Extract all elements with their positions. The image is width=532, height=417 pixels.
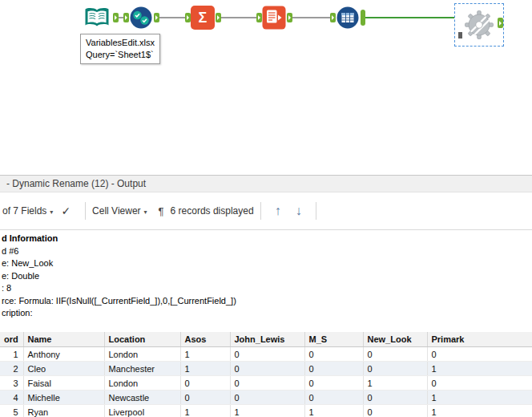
field-info-size: : 8: [2, 282, 530, 295]
arrow-up-icon[interactable]: ↑: [275, 204, 281, 218]
cell-name[interactable]: Anthony: [23, 347, 104, 362]
cell-location[interactable]: Manchester: [104, 362, 180, 376]
cell-m-s[interactable]: 0: [304, 391, 363, 405]
whitespace-toggle-icon[interactable]: ¶: [159, 205, 164, 217]
results-pane-title-text: - Dynamic Rename (12) - Output: [6, 178, 146, 189]
output-anchor-icon[interactable]: [498, 18, 503, 28]
results-toolbar: of 7 Fields ▾ ✓ Cell Viewer ▾ ¶ 6 record…: [0, 192, 532, 230]
cell-john-lewis[interactable]: 0: [230, 376, 304, 391]
check-icon[interactable]: ✓: [61, 204, 71, 217]
col-header-primark[interactable]: Primark: [427, 332, 532, 347]
field-info-name: e: New_Look: [2, 257, 530, 270]
input-anchor-icon[interactable]: [256, 13, 262, 22]
cell-record[interactable]: 1: [0, 347, 23, 362]
table-row[interactable]: 4 Michelle Newcastle 0 0 0 0 1: [0, 391, 532, 405]
cell-new-look[interactable]: 1: [363, 376, 427, 391]
cell-name[interactable]: Cleo: [23, 362, 104, 376]
cell-location[interactable]: London: [104, 376, 180, 391]
col-header-location[interactable]: Location: [104, 332, 180, 347]
tool-tooltip: VariablesEdit.xlsx Query=`Sheet1$`: [80, 34, 160, 64]
cell-record[interactable]: 3: [0, 376, 23, 391]
toolbar-separator: [85, 202, 86, 220]
cell-primark[interactable]: 1: [427, 362, 532, 376]
cell-primark[interactable]: 0: [427, 347, 532, 362]
summarize-tool[interactable]: Σ: [191, 6, 215, 30]
arrow-down-icon[interactable]: ↓: [296, 204, 302, 218]
cell-m-s[interactable]: 0: [304, 376, 363, 391]
connection-line[interactable]: [221, 17, 256, 18]
field-info-description: cription:: [2, 307, 530, 320]
tooltip-line-filename: VariablesEdit.xlsx: [86, 37, 155, 49]
col-header-m-s[interactable]: M_S: [304, 332, 363, 347]
cell-record[interactable]: 2: [0, 362, 23, 376]
field-information-panel: d Information d #6 e: New_Look e: Double…: [2, 233, 530, 320]
connection-line[interactable]: [292, 17, 330, 18]
cell-primark[interactable]: 0: [427, 376, 532, 391]
table-row[interactable]: 5 Ryan Liverpool 1 1 1 0 1: [0, 405, 532, 417]
table-grid-icon: [336, 6, 360, 30]
fields-dropdown[interactable]: of 7 Fields: [2, 205, 46, 217]
book-icon: [83, 6, 111, 30]
table-row[interactable]: 2 Cleo Manchester 1 0 0 0 1: [0, 362, 532, 376]
field-info-type: e: Double: [2, 270, 530, 283]
col-header-record[interactable]: ord: [0, 332, 23, 347]
cell-asos[interactable]: 1: [180, 405, 230, 417]
cell-viewer-dropdown[interactable]: Cell Viewer: [92, 205, 140, 217]
cell-new-look[interactable]: 0: [363, 405, 427, 417]
input-data-tool[interactable]: [83, 6, 111, 30]
table-row[interactable]: 3 Faisal London 0 0 0 1 0: [0, 376, 532, 391]
col-header-name[interactable]: Name: [23, 332, 104, 347]
table-row[interactable]: 1 Anthony London 1 0 0 0 0: [0, 347, 532, 362]
cell-asos[interactable]: 1: [180, 347, 230, 362]
cell-asos[interactable]: 1: [180, 362, 230, 376]
multi-field-check-tool[interactable]: [129, 6, 153, 30]
cell-primark[interactable]: 1: [427, 391, 532, 405]
connection-line[interactable]: [159, 17, 185, 18]
output-anchor-icon[interactable]: [154, 13, 159, 22]
field-info-record: d #6: [2, 245, 530, 258]
results-grid: ord Name Location Asos John_Lewis M_S Ne…: [0, 332, 532, 417]
col-header-john-lewis[interactable]: John_Lewis: [230, 332, 304, 347]
toolbar-separator: [316, 202, 316, 220]
cell-name[interactable]: Michelle: [23, 391, 104, 405]
chevron-down-icon[interactable]: ▾: [50, 208, 53, 216]
cell-m-s[interactable]: 1: [304, 405, 363, 417]
cell-location[interactable]: Newcastle: [104, 391, 180, 405]
cell-name[interactable]: Ryan: [23, 405, 104, 417]
cell-john-lewis[interactable]: 0: [230, 391, 304, 405]
output-anchor-icon[interactable]: [113, 13, 119, 22]
cell-new-look[interactable]: 0: [363, 347, 427, 362]
col-header-new-look[interactable]: New_Look: [363, 332, 427, 347]
cell-asos[interactable]: 0: [180, 376, 230, 391]
cell-m-s[interactable]: 0: [304, 362, 363, 376]
table-tool[interactable]: [336, 6, 360, 30]
cell-m-s[interactable]: 0: [304, 347, 363, 362]
output-anchor-icon[interactable]: [216, 13, 221, 22]
field-info-heading: d Information: [2, 233, 530, 245]
dynamic-rename-tool[interactable]: [262, 6, 286, 30]
macro-gear-tool[interactable]: [463, 9, 495, 41]
cell-john-lewis[interactable]: 1: [230, 405, 304, 417]
cell-record[interactable]: 5: [0, 405, 23, 417]
cell-location[interactable]: Liverpool: [104, 405, 180, 417]
cell-john-lewis[interactable]: 0: [230, 362, 304, 376]
input-anchor-icon[interactable]: [123, 13, 129, 22]
input-anchor-icon[interactable]: [185, 13, 191, 22]
connection-line[interactable]: [365, 17, 454, 18]
results-table: ord Name Location Asos John_Lewis M_S Ne…: [0, 332, 532, 417]
cell-new-look[interactable]: 0: [363, 391, 427, 405]
sigma-icon: Σ: [199, 10, 208, 25]
cell-name[interactable]: Faisal: [23, 376, 104, 391]
cell-asos[interactable]: 0: [180, 391, 230, 405]
input-anchor-icon[interactable]: [330, 13, 336, 22]
workflow-canvas[interactable]: Σ: [0, 0, 532, 175]
output-anchor-icon[interactable]: [287, 13, 292, 22]
cell-john-lewis[interactable]: 0: [230, 347, 304, 362]
chevron-down-icon[interactable]: ▾: [144, 208, 147, 216]
cell-primark[interactable]: 1: [427, 405, 532, 417]
cell-new-look[interactable]: 0: [363, 362, 427, 376]
col-header-asos[interactable]: Asos: [180, 332, 230, 347]
cell-record[interactable]: 4: [0, 391, 23, 405]
cell-location[interactable]: London: [104, 347, 180, 362]
macro-indicator: [458, 32, 462, 38]
